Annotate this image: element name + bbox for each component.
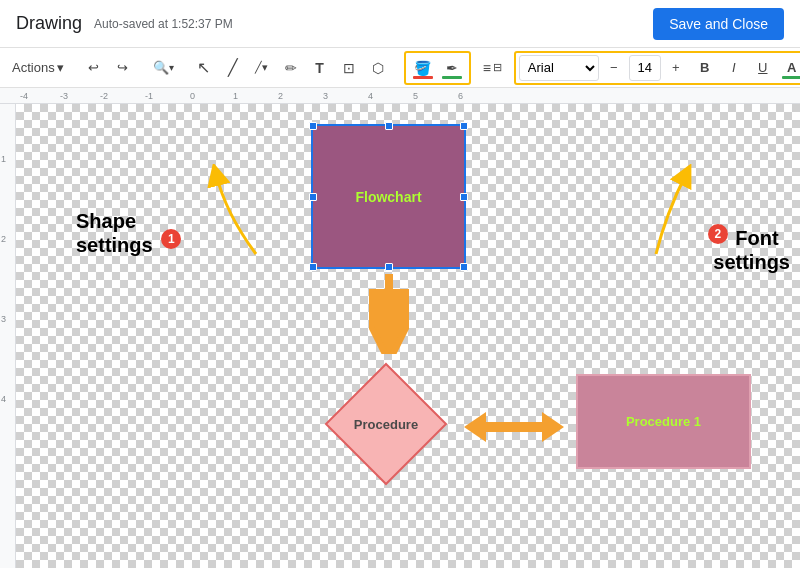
procedure1-label: Procedure 1 [626,414,701,429]
toolbar: Actions ▾ ↩ ↪ 🔍 ▾ ↖ ╱ ╱▾ ✏ T ⊡ ⬡ 🪣 ✒ [0,48,800,88]
ruler-mark: 3 [323,91,328,101]
actions-label: Actions [12,60,55,75]
autosave-status: Auto-saved at 1:52:37 PM [94,17,233,31]
actions-chevron-icon: ▾ [57,60,64,75]
font-size-decrease-button[interactable]: − [600,54,628,82]
line-color-button[interactable]: ✒ [438,54,466,82]
align-h-button[interactable]: ≡ [483,54,491,82]
handle-br[interactable] [460,263,468,271]
font-size-input[interactable] [629,55,661,81]
font-family-select[interactable]: Arial Times New Roman Courier New [519,55,599,81]
line-tool-button[interactable]: ╱ [219,54,247,82]
svg-rect-5 [486,422,542,432]
handle-bl[interactable] [309,263,317,271]
save-close-button[interactable]: Save and Close [653,8,784,40]
text-tool-button[interactable]: T [306,54,334,82]
handle-ml[interactable] [309,193,317,201]
undo-redo-group: ↩ ↪ [80,54,137,82]
annotation-arrow-2 [606,164,706,264]
procedure1-shape[interactable]: Procedure 1 [576,374,751,469]
svg-marker-1 [374,326,404,354]
handle-bc[interactable] [385,263,393,271]
zoom-icon: 🔍 [153,60,169,75]
ruler-v-mark: 1 [1,154,6,164]
arrow-down [369,274,409,354]
svg-marker-4 [464,412,486,442]
handle-mr[interactable] [460,193,468,201]
ruler-mark: 2 [278,91,283,101]
bold-button[interactable]: B [691,54,719,82]
ruler-mark: 1 [233,91,238,101]
italic-button[interactable]: I [720,54,748,82]
actions-menu-button[interactable]: Actions ▾ [8,54,68,82]
ruler-v-mark: 3 [1,314,6,324]
select-tool-button[interactable]: ↖ [190,54,218,82]
ruler-mark: 0 [190,91,195,101]
shape-settings-text: Shapesettings [76,210,153,256]
header-left: Drawing Auto-saved at 1:52:37 PM [16,13,233,34]
arrow-horizontal [464,407,564,447]
shape-tool-button[interactable]: ⬡ [364,54,392,82]
annotation-circle-2: 2 [708,224,728,244]
font-color-icon: A [787,60,796,75]
svg-text:Procedure: Procedure [354,417,418,432]
ruler-v-mark: 2 [1,234,6,244]
scribble-tool-button[interactable]: ✏ [277,54,305,82]
font-settings-group: Arial Times New Roman Courier New − + B … [514,51,800,85]
flowchart-label: Flowchart [355,189,421,205]
shape-settings-group: 🪣 ✒ [404,51,471,85]
fill-color-button[interactable]: 🪣 [409,54,437,82]
horizontal-ruler: -4 -3 -2 -1 0 1 2 3 4 5 6 [0,88,800,104]
ruler-mark: 5 [413,91,418,101]
handle-tr[interactable] [460,122,468,130]
undo-button[interactable]: ↩ [80,54,108,82]
canvas-wrapper: 1 2 3 4 Flowchart [0,104,800,568]
line-color-bar [442,76,462,79]
font-settings-annotation: 2 Font settings [708,224,790,274]
ruler-mark: -3 [60,91,68,101]
ruler-mark: 6 [458,91,463,101]
flowchart-shape[interactable]: Flowchart [311,124,466,269]
app-title: Drawing [16,13,82,34]
ruler-v-mark: 4 [1,394,6,404]
line-arrow-tool-button[interactable]: ╱▾ [248,54,276,82]
ruler-mark: -1 [145,91,153,101]
redo-button[interactable]: ↪ [109,54,137,82]
main-area: -4 -3 -2 -1 0 1 2 3 4 5 6 1 2 3 4 Flowch… [0,88,800,568]
font-color-button[interactable]: A [778,54,800,82]
underline-button[interactable]: U [749,54,777,82]
header: Drawing Auto-saved at 1:52:37 PM Save an… [0,0,800,48]
ruler-mark: 4 [368,91,373,101]
zoom-group: 🔍 ▾ [149,54,178,82]
tools-group: ↖ ╱ ╱▾ ✏ T ⊡ ⬡ [190,54,392,82]
annotation-arrow-1 [166,164,296,264]
pen-icon: ✒ [446,60,458,76]
font-size-increase-button[interactable]: + [662,54,690,82]
vertical-ruler: 1 2 3 4 [0,104,16,568]
fill-color-bar [413,76,433,79]
procedure-shape[interactable]: Procedure [321,359,451,489]
zoom-button[interactable]: 🔍 ▾ [149,54,178,82]
fill-icon: 🪣 [414,60,431,76]
handle-tl[interactable] [309,122,317,130]
ruler-mark: -4 [20,91,28,101]
svg-marker-6 [542,412,564,442]
drawing-canvas[interactable]: Flowchart [16,104,800,568]
image-tool-button[interactable]: ⊡ [335,54,363,82]
font-color-bar [782,76,800,79]
zoom-chevron-icon: ▾ [169,62,174,73]
align-v-button[interactable]: ⊟ [493,54,502,82]
handle-tc[interactable] [385,122,393,130]
ruler-mark: -2 [100,91,108,101]
